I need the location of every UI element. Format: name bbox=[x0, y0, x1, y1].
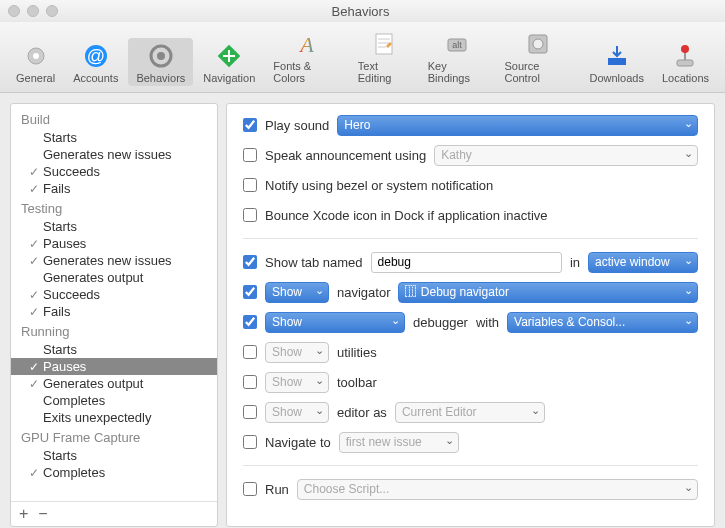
editor-action-select[interactable]: Show bbox=[265, 402, 329, 423]
sidebar-footer: + − bbox=[11, 501, 217, 526]
navigate-to-select[interactable]: first new issue bbox=[339, 432, 459, 453]
sidebar-item[interactable]: ✓Succeeds bbox=[11, 286, 217, 303]
vault-icon bbox=[522, 28, 554, 60]
toolbar-fonts-colors[interactable]: AFonts & Colors bbox=[265, 26, 347, 86]
check-icon: ✓ bbox=[29, 165, 43, 179]
debug-navigator-icon: ⿲ bbox=[405, 285, 420, 299]
speak-checkbox[interactable] bbox=[243, 148, 257, 162]
run-label: Run bbox=[265, 482, 289, 497]
download-icon bbox=[601, 40, 633, 72]
toolbar-checkbox[interactable] bbox=[243, 375, 257, 389]
debugger-checkbox[interactable] bbox=[243, 315, 257, 329]
sidebar-item[interactable]: ✓Completes bbox=[11, 464, 217, 481]
sidebar-item[interactable]: ✓Pauses bbox=[11, 358, 217, 375]
sidebar-item[interactable]: ✓Fails bbox=[11, 180, 217, 197]
with-label: with bbox=[476, 315, 499, 330]
play-sound-label: Play sound bbox=[265, 118, 329, 133]
notify-label: Notify using bezel or system notificatio… bbox=[265, 178, 493, 193]
diamond-icon bbox=[213, 40, 245, 72]
debugger-action-select[interactable]: Show bbox=[265, 312, 405, 333]
sidebar-item[interactable]: Exits unexpectedly bbox=[11, 409, 217, 426]
show-tab-checkbox[interactable] bbox=[243, 255, 257, 269]
svg-point-1 bbox=[33, 53, 39, 59]
utilities-checkbox[interactable] bbox=[243, 345, 257, 359]
divider bbox=[243, 238, 698, 239]
utilities-row: Show utilities bbox=[243, 341, 698, 363]
sidebar-item[interactable]: Generates output bbox=[11, 269, 217, 286]
bounce-checkbox[interactable] bbox=[243, 208, 257, 222]
sidebar-item[interactable]: ✓Succeeds bbox=[11, 163, 217, 180]
group-header: GPU Frame Capture bbox=[11, 428, 217, 447]
play-sound-select[interactable]: Hero bbox=[337, 115, 698, 136]
navigator-checkbox[interactable] bbox=[243, 285, 257, 299]
toolbar-downloads[interactable]: Downloads bbox=[581, 38, 651, 86]
close-icon[interactable] bbox=[8, 5, 20, 17]
show-tab-label: Show tab named bbox=[265, 255, 363, 270]
add-button[interactable]: + bbox=[19, 505, 28, 523]
sidebar-item[interactable]: ✓Pauses bbox=[11, 235, 217, 252]
content: Build Starts Generates new issues ✓Succe… bbox=[0, 93, 725, 528]
notify-checkbox[interactable] bbox=[243, 178, 257, 192]
window-controls bbox=[8, 5, 58, 17]
play-sound-row: Play sound Hero bbox=[243, 114, 698, 136]
window-select[interactable]: active window bbox=[588, 252, 698, 273]
tab-name-input[interactable] bbox=[371, 252, 562, 273]
divider bbox=[243, 465, 698, 466]
svg-text:@: @ bbox=[87, 46, 105, 66]
debugger-label: debugger bbox=[413, 315, 468, 330]
run-row: Run Choose Script... bbox=[243, 478, 698, 500]
notify-row: Notify using bezel or system notificatio… bbox=[243, 174, 698, 196]
check-icon: ✓ bbox=[29, 305, 43, 319]
pencil-page-icon bbox=[368, 28, 400, 60]
toolbar-navigation[interactable]: Navigation bbox=[195, 38, 263, 86]
speak-voice-select[interactable]: Kathy bbox=[434, 145, 698, 166]
sidebar-item[interactable]: ✓Generates new issues bbox=[11, 252, 217, 269]
check-icon: ✓ bbox=[29, 360, 43, 374]
editor-select[interactable]: Current Editor bbox=[395, 402, 545, 423]
show-tab-row: Show tab named in active window bbox=[243, 251, 698, 273]
sidebar-item[interactable]: Starts bbox=[11, 341, 217, 358]
gear-icon bbox=[145, 40, 177, 72]
toolbar-behaviors[interactable]: Behaviors bbox=[128, 38, 193, 86]
group-header: Running bbox=[11, 322, 217, 341]
toolbar-source-control[interactable]: Source Control bbox=[496, 26, 579, 86]
minimize-icon[interactable] bbox=[27, 5, 39, 17]
toolbar-text-editing[interactable]: Text Editing bbox=[350, 26, 418, 86]
sidebar-item[interactable]: Starts bbox=[11, 129, 217, 146]
toolbar-action-select[interactable]: Show bbox=[265, 372, 329, 393]
sidebar-list[interactable]: Build Starts Generates new issues ✓Succe… bbox=[11, 104, 217, 501]
svg-rect-13 bbox=[608, 58, 626, 65]
remove-button[interactable]: − bbox=[38, 505, 47, 523]
utilities-action-select[interactable]: Show bbox=[265, 342, 329, 363]
toolbar-accounts[interactable]: @Accounts bbox=[65, 38, 126, 86]
check-icon: ✓ bbox=[29, 288, 43, 302]
group-header: Build bbox=[11, 110, 217, 129]
navigator-select[interactable]: ⿲ Debug navigator bbox=[398, 282, 698, 303]
gear-icon bbox=[20, 40, 52, 72]
play-sound-checkbox[interactable] bbox=[243, 118, 257, 132]
sidebar-item[interactable]: Starts bbox=[11, 447, 217, 464]
svg-text:A: A bbox=[298, 32, 314, 57]
sidebar-item[interactable]: Completes bbox=[11, 392, 217, 409]
toolbar-locations[interactable]: Locations bbox=[654, 38, 717, 86]
letter-a-icon: A bbox=[291, 28, 323, 60]
run-checkbox[interactable] bbox=[243, 482, 257, 496]
navigate-to-checkbox[interactable] bbox=[243, 435, 257, 449]
navigator-action-select[interactable]: Show bbox=[265, 282, 329, 303]
toolbar-key-bindings[interactable]: altKey Bindings bbox=[420, 26, 495, 86]
sidebar-item[interactable]: Generates new issues bbox=[11, 146, 217, 163]
sidebar-item[interactable]: ✓Fails bbox=[11, 303, 217, 320]
navigator-label: navigator bbox=[337, 285, 390, 300]
sidebar-item[interactable]: Starts bbox=[11, 218, 217, 235]
run-script-select[interactable]: Choose Script... bbox=[297, 479, 698, 500]
debugger-view-select[interactable]: Variables & Consol... bbox=[507, 312, 698, 333]
zoom-icon[interactable] bbox=[46, 5, 58, 17]
check-icon: ✓ bbox=[29, 182, 43, 196]
svg-text:alt: alt bbox=[452, 40, 462, 50]
toolbar: General @Accounts Behaviors Navigation A… bbox=[0, 22, 725, 93]
toolbar-general[interactable]: General bbox=[8, 38, 63, 86]
toolbar-row: Show toolbar bbox=[243, 371, 698, 393]
navigator-row: Show navigator ⿲ Debug navigator bbox=[243, 281, 698, 303]
sidebar-item[interactable]: ✓Generates output bbox=[11, 375, 217, 392]
editor-checkbox[interactable] bbox=[243, 405, 257, 419]
